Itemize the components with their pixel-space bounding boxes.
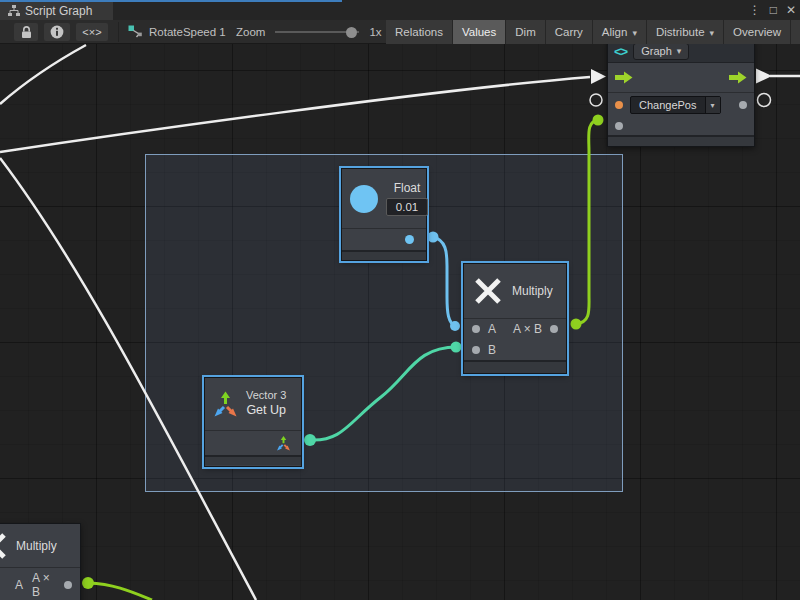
vector-output-row	[205, 430, 301, 455]
multiply-icon	[0, 531, 8, 561]
full-screen-button[interactable]: Full Screen	[791, 20, 800, 44]
zoom-value: 1x	[369, 26, 381, 38]
vector3-axis-icon	[212, 391, 239, 418]
close-icon[interactable]: ✕	[786, 3, 796, 17]
button-label: Carry	[555, 26, 583, 38]
float-value-input[interactable]	[386, 198, 428, 216]
button-label: Relations	[395, 26, 443, 38]
overview-button[interactable]: Overview	[724, 20, 791, 44]
float-node-header: Float	[342, 169, 426, 228]
port-a-label: A	[488, 322, 496, 336]
flow-output-port[interactable]	[729, 71, 747, 84]
code-view-icon: <×>	[82, 26, 101, 38]
chevron-down-icon	[632, 26, 637, 38]
vector-node-title: Vector 3	[246, 389, 286, 403]
code-icon: <>	[614, 44, 627, 59]
node-footer	[608, 135, 754, 146]
button-label: Dim	[515, 26, 535, 38]
carry-button[interactable]: Carry	[546, 20, 593, 44]
distribute-button[interactable]: Distribute	[647, 20, 724, 44]
state-graph-icon	[128, 25, 143, 39]
lock-button[interactable]	[14, 23, 38, 41]
button-label: Align	[602, 26, 628, 38]
graph-changepos-node[interactable]: <> Graph ChangePos	[607, 40, 755, 147]
script-graph-window: <> Graph ChangePos Float	[0, 0, 800, 600]
zoom-slider-handle[interactable]	[346, 27, 357, 38]
multiply-node-title: Multiply	[512, 284, 553, 298]
zoom-slider-track[interactable]	[275, 31, 359, 33]
input-port-b[interactable]	[472, 346, 480, 354]
tab-script-graph[interactable]: Script Graph	[0, 2, 113, 20]
multiply-node[interactable]: Multiply A A × B B	[463, 263, 567, 374]
input-port-a[interactable]	[472, 325, 480, 333]
button-label: Overview	[733, 26, 781, 38]
script-graph-icon	[8, 5, 20, 17]
graph-name-label: RotateSpeed 1	[149, 26, 226, 38]
title-bar: Script Graph ⋮ □ ✕	[0, 0, 800, 20]
code-view-button[interactable]: <×>	[76, 23, 108, 41]
node-footer	[464, 360, 566, 373]
multiply-node-header: Multiply	[464, 264, 566, 318]
changepos-dropdown[interactable]: ChangePos	[630, 96, 721, 114]
flow-port-row	[608, 63, 754, 92]
button-label: Values	[462, 26, 496, 38]
port-a-label: A	[15, 578, 23, 592]
graph-dropdown-label: Graph	[641, 45, 672, 57]
zoom-label: Zoom	[236, 26, 265, 38]
node-footer	[342, 250, 426, 260]
extra-port-row	[608, 117, 754, 135]
value-port-row: ChangePos	[608, 92, 754, 117]
info-icon	[50, 25, 64, 39]
corner-multiply-node[interactable]: Multiply A A × B	[0, 523, 81, 600]
float-node-title: Float	[394, 181, 421, 195]
corner-row-a: A A × B	[0, 567, 80, 600]
chevron-down-icon	[710, 26, 715, 38]
graph-dropdown[interactable]: Graph	[633, 43, 689, 60]
corner-node-title: Multiply	[16, 539, 57, 553]
flow-input-port[interactable]	[615, 71, 633, 84]
graph-node-header: <> Graph	[608, 41, 754, 63]
button-label: Distribute	[656, 26, 705, 38]
changepos-dropdown-label: ChangePos	[631, 97, 705, 113]
corner-node-header: Multiply	[0, 524, 80, 567]
float-type-icon	[350, 185, 378, 213]
output-port[interactable]	[550, 325, 558, 333]
float-node[interactable]: Float	[341, 168, 427, 261]
input-port[interactable]	[615, 122, 623, 130]
float-output-port[interactable]	[405, 235, 414, 244]
vector-node-header: Vector 3 Get Up	[205, 378, 301, 430]
output-port[interactable]	[739, 101, 747, 109]
tab-title: Script Graph	[25, 4, 92, 18]
vector3-output-port[interactable]	[276, 436, 291, 451]
vector3-getup-node[interactable]: Vector 3 Get Up	[204, 377, 302, 467]
relations-button[interactable]: Relations	[386, 20, 453, 44]
info-button[interactable]	[44, 23, 70, 41]
align-button[interactable]: Align	[593, 20, 647, 44]
float-output-row	[342, 228, 426, 250]
multiply-row-a: A A × B	[464, 318, 566, 339]
orange-input-port[interactable]	[615, 101, 623, 109]
chevron-down-icon[interactable]	[705, 97, 720, 113]
lock-icon	[20, 26, 33, 39]
port-b-label: B	[488, 343, 496, 357]
port-out-label: A × B	[513, 322, 542, 336]
dim-button[interactable]: Dim	[506, 20, 545, 44]
graph-breadcrumb[interactable]: RotateSpeed 1	[128, 20, 226, 44]
values-button[interactable]: Values	[453, 20, 506, 44]
window-controls: ⋮ □ ✕	[749, 3, 796, 17]
node-footer	[205, 455, 301, 465]
multiply-icon	[473, 276, 503, 306]
multiply-row-b: B	[464, 339, 566, 360]
port-out-label: A × B	[32, 571, 55, 599]
maximize-icon[interactable]: □	[770, 3, 777, 17]
toolbar-buttons: Relations Values Dim Carry Align Distrib…	[386, 20, 800, 44]
menu-icon[interactable]: ⋮	[749, 3, 761, 17]
toolbar-divider	[118, 22, 119, 42]
toolbar: <×> RotateSpeed 1 Zoom 1x Relations Valu…	[0, 20, 800, 44]
output-port[interactable]	[64, 581, 72, 589]
zoom-control: Zoom 1x	[236, 20, 382, 44]
vector-node-subtitle: Get Up	[246, 403, 286, 419]
